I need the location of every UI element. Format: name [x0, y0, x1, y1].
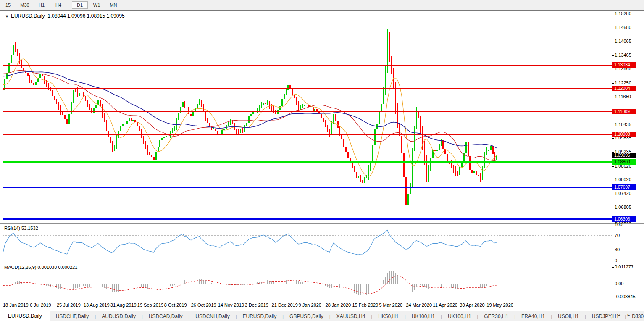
candle-body	[337, 121, 339, 128]
candle-body	[122, 124, 124, 125]
candle-body	[186, 107, 187, 107]
candle-body	[226, 125, 227, 129]
date-label: 6 Jul 2019	[30, 303, 51, 308]
price-level-tag: 1.08800	[612, 159, 636, 165]
price-tick-label: 1.08020	[615, 177, 631, 182]
chart-tab-uk100h1[interactable]: UK100,H1	[406, 312, 441, 321]
candle-body	[17, 52, 18, 55]
rsi-tick	[612, 250, 614, 250]
timeframe-button-m30[interactable]: M30	[17, 1, 33, 9]
timeframe-button-h1[interactable]: H1	[34, 1, 50, 9]
candle-body	[213, 129, 214, 129]
candle-body	[356, 172, 357, 176]
chart-tab-uk100h1[interactable]: UK100,H1	[442, 312, 477, 321]
candle-body	[44, 76, 45, 82]
price-tick	[612, 42, 614, 42]
candle-body	[422, 128, 423, 143]
macd-tick-label: 0.011277	[615, 264, 633, 269]
chart-tab-usdcaddaily[interactable]: USDCAD,Daily	[143, 312, 189, 321]
candle-body	[120, 126, 121, 131]
candle-body	[439, 144, 440, 150]
rsi-tick-label: 70	[615, 233, 620, 238]
timeframe-toolbar: 15M30H1H4D1W1MN	[0, 0, 644, 10]
candle-body	[145, 143, 146, 147]
date-label: 11 Apr 2020	[433, 303, 457, 308]
candles-group	[3, 29, 497, 210]
candle-body	[114, 145, 115, 151]
candle-body	[368, 171, 369, 176]
candle-body	[381, 104, 382, 111]
chart-tab-gbpusddaily[interactable]: GBPUSD,Daily	[284, 312, 329, 321]
chart-tab-fra40h1[interactable]: FRA40,H1	[515, 312, 551, 321]
chart-tab-usdcnhdaily[interactable]: USDCNH,Daily	[189, 312, 235, 321]
price-tick	[612, 69, 614, 69]
candle-body	[476, 171, 477, 175]
tab-scroll-arrows: ◄►	[617, 313, 636, 317]
candle-body	[104, 116, 105, 121]
tab-scroll-left-icon[interactable]: ◄	[617, 313, 627, 317]
rsi-tick-label: 0	[615, 258, 617, 263]
candle-body	[331, 124, 332, 133]
candle-body	[434, 150, 436, 151]
candle-body	[457, 174, 458, 175]
price-tick	[612, 97, 614, 97]
candle-body	[321, 114, 322, 118]
timeframe-button-mn[interactable]: MN	[105, 1, 121, 9]
candle-body	[412, 151, 413, 183]
candle-body	[329, 131, 330, 133]
candle-body	[414, 128, 415, 151]
candle-body	[159, 140, 160, 147]
candle-body	[436, 150, 438, 151]
timeframe-button-h4[interactable]: H4	[50, 1, 66, 9]
candle-body	[339, 128, 340, 134]
chart-tab-usoilh1[interactable]: USOil,H1	[552, 312, 585, 321]
timeframe-button-15[interactable]: 15	[0, 1, 16, 9]
chart-tab-xauusdh4[interactable]: XAUUSD,H4	[331, 312, 371, 321]
candle-body	[110, 137, 111, 144]
chart-tab-audusddaily[interactable]: AUDUSD,Daily	[96, 312, 142, 321]
timeframe-button-d1[interactable]: D1	[72, 1, 88, 9]
candle-body	[81, 93, 82, 93]
rsi-panel-canvas[interactable]	[3, 224, 612, 261]
date-label: 13 Aug 2019	[84, 303, 110, 308]
candle-body	[250, 114, 252, 116]
candle-body	[490, 146, 492, 150]
candle-body	[246, 123, 247, 126]
candle-body	[178, 113, 179, 120]
candle-body	[139, 126, 140, 131]
chart-tab-eurusddaily[interactable]: EURUSD,Daily	[0, 311, 50, 321]
candle-body	[468, 142, 469, 156]
timeframe-button-w1[interactable]: W1	[89, 1, 105, 9]
macd-panel-canvas[interactable]	[3, 263, 612, 301]
candle-body	[192, 112, 194, 116]
price-tick-label: 1.10435	[615, 122, 631, 127]
candle-body	[300, 108, 301, 108]
candle-body	[83, 93, 84, 96]
candle-body	[188, 107, 189, 114]
candle-body	[27, 73, 29, 76]
candle-body	[397, 111, 398, 123]
candle-body	[209, 123, 210, 126]
date-label: 19 May 2020	[486, 303, 513, 308]
candle-body	[112, 143, 113, 150]
tab-scroll-right-icon[interactable]: ►	[627, 313, 636, 317]
date-label: 5 Mar 2020	[379, 303, 402, 308]
date-label: 25 Jul 2019	[57, 303, 81, 308]
candle-body	[465, 142, 467, 153]
date-label: 14 Nov 2019	[218, 303, 244, 308]
candle-body	[442, 140, 444, 149]
candle-body	[455, 170, 456, 174]
candle-body	[217, 131, 218, 133]
chevron-down-icon[interactable]: ▼	[5, 14, 9, 18]
main-chart-canvas[interactable]	[3, 11, 612, 223]
chart-tab-usdchfdaily[interactable]: USDCHF,Daily	[50, 312, 95, 321]
candle-body	[46, 82, 47, 85]
chart-tab-ger30h1[interactable]: GER30,H1	[478, 312, 514, 321]
price-level-tag: 1.12004	[612, 86, 636, 91]
chart-tab-hk50h1[interactable]: HK50,H1	[372, 312, 405, 321]
candle-body	[399, 123, 400, 136]
chart-tab-eurusddaily[interactable]: EURUSD,Daily	[237, 312, 283, 321]
macd-label: MACD(12,26,9) 0.001038 0.000221	[4, 265, 77, 270]
candle-body	[240, 129, 241, 132]
candle-body	[401, 136, 402, 153]
